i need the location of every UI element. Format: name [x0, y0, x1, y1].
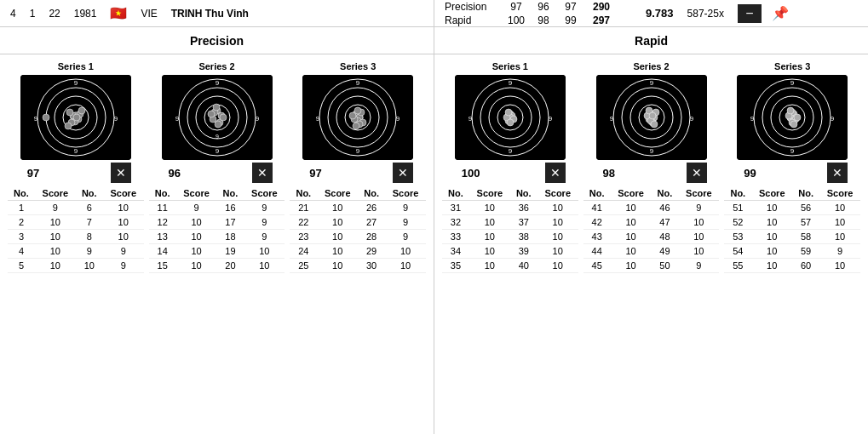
rapid-s1-expand[interactable]: ✕	[545, 163, 566, 183]
rapid-s1-score-row: 100 ✕	[455, 163, 566, 183]
precision-s2-expand[interactable]: ✕	[252, 163, 273, 183]
rapid-total: 297	[584, 14, 618, 27]
rapid-s3: 99	[557, 14, 584, 27]
rapid-s1-table-col: No. Score No. Score 31103610 32103710 33…	[442, 186, 578, 273]
col-no1: No.	[442, 186, 469, 201]
precision-s3-target: 9 9 9 9	[302, 75, 413, 160]
precision-total: 290	[584, 0, 618, 14]
svg-point-99	[649, 112, 656, 119]
precision-s1-target: 9 9 9 9	[20, 75, 131, 160]
precision-s1-table: No. Score No. Score 19610 210710 310810 …	[8, 186, 144, 273]
rapid-s3-expand[interactable]: ✕	[827, 163, 848, 183]
col-score2: Score	[678, 186, 719, 201]
rapid-s2-expand[interactable]: ✕	[687, 163, 707, 183]
col-score2: Score	[385, 186, 426, 201]
table-row: 2110269	[290, 201, 426, 215]
svg-text:9: 9	[114, 115, 118, 123]
svg-text:9: 9	[831, 115, 835, 123]
target-svg-p2: 9 9 9 9 9	[162, 75, 273, 160]
precision-s3-expand[interactable]: ✕	[393, 163, 413, 183]
precision-label: Precision	[443, 0, 503, 14]
table-row: 4510509	[583, 259, 720, 273]
table-row: 52105710	[724, 215, 860, 230]
pin-icon[interactable]: 📌	[772, 5, 789, 21]
rapid-series-1-card: Series 1 9 9 9 9	[442, 61, 578, 183]
precision-s3-title: Series 3	[340, 61, 376, 71]
birth-year: 1981	[74, 8, 97, 20]
precision-s2-target: 9 9 9 9 9	[162, 75, 273, 160]
svg-point-59	[353, 123, 359, 129]
svg-point-56	[349, 112, 356, 119]
rapid-tables-row: No. Score No. Score 31103610 32103710 33…	[434, 186, 868, 278]
svg-text:9: 9	[74, 147, 78, 155]
table-row: 19610	[8, 201, 144, 215]
table-row: 510109	[8, 259, 144, 273]
col-no2: No.	[76, 186, 103, 201]
table-row: 32103710	[442, 215, 578, 230]
actions: 9.783 587-25x − 📌	[629, 4, 789, 23]
col-no2: No.	[651, 186, 678, 201]
table-row: 53105810	[724, 230, 860, 244]
svg-point-15	[43, 114, 49, 121]
col-score1: Score	[317, 186, 358, 201]
svg-text:9: 9	[74, 79, 78, 87]
col-score1: Score	[611, 186, 652, 201]
svg-text:9: 9	[649, 79, 653, 87]
rapid-s2-title: Series 2	[633, 61, 669, 71]
table-row: 43104810	[583, 230, 720, 244]
precision-s2-score-row: 96 ✕	[162, 163, 273, 183]
svg-text:9: 9	[215, 79, 219, 87]
col-score2: Score	[244, 186, 285, 201]
svg-text:9: 9	[175, 115, 179, 123]
table-row: 55106010	[724, 259, 860, 273]
precision-s1-score: 97	[27, 167, 39, 180]
svg-point-36	[208, 111, 215, 117]
svg-text:9: 9	[316, 115, 320, 123]
svg-point-79	[505, 109, 512, 116]
col-no1: No.	[290, 186, 317, 201]
rapid-series-3-card: Series 3 9 9 9 9	[724, 61, 860, 183]
precision-s3: 97	[557, 0, 584, 14]
precision-s1-expand[interactable]: ✕	[111, 163, 131, 183]
rapid-s3-target: 9 9 9 9	[737, 75, 848, 160]
svg-point-119	[790, 121, 797, 128]
svg-point-19	[65, 123, 72, 129]
rapid-s3-table-col: No. Score No. Score 51105610 52105710 53…	[724, 186, 860, 273]
rapid-s2-table-col: No. Score No. Score 4110469 42104710 431…	[583, 186, 720, 273]
precision-s2-score: 96	[169, 167, 181, 180]
rapid-s2-target: 9 9 9 9	[596, 75, 707, 160]
minus-button[interactable]: −	[738, 4, 762, 23]
col-no2: No.	[358, 186, 385, 201]
svg-text:9: 9	[750, 115, 755, 123]
col-no2: No.	[216, 186, 244, 201]
svg-text:9: 9	[790, 147, 795, 155]
precision-s1-title: Series 1	[58, 61, 94, 71]
rapid-header: Rapid	[434, 27, 868, 54]
precision-section: Series 1 9 9 9 9	[0, 54, 434, 434]
rapid-s2-table: No. Score No. Score 4110469 42104710 431…	[583, 186, 720, 273]
table-row: 34103910	[442, 244, 578, 259]
precision-s2-table: No. Score No. Score 119169 1210179 13101…	[149, 186, 285, 273]
precision-s3-score-row: 97 ✕	[302, 163, 413, 183]
col-no1: No.	[583, 186, 611, 201]
table-row: 35104010	[442, 259, 578, 273]
table-row: 25103010	[290, 259, 426, 273]
target-svg-r3: 9 9 9 9	[737, 75, 848, 160]
col-no1: No.	[149, 186, 176, 201]
col-score1: Score	[176, 186, 217, 201]
svg-text:9: 9	[790, 79, 795, 87]
col-score1: Score	[751, 186, 792, 201]
svg-text:9: 9	[549, 115, 553, 123]
svg-text:9: 9	[396, 115, 400, 123]
col-no1: No.	[8, 186, 35, 201]
col-score1: Score	[35, 186, 76, 201]
rapid-s1-score: 100	[462, 167, 480, 180]
table-row: 31103610	[442, 201, 578, 215]
rapid-series-2-card: Series 2 9 9 9 9	[583, 61, 720, 183]
rapid-section: Series 1 9 9 9 9	[434, 54, 868, 434]
svg-point-16	[73, 114, 80, 121]
table-row: 15102010	[149, 259, 285, 273]
precision-s1: 97	[503, 0, 530, 14]
athlete-row: 4 1 22 1981 🇻🇳 VIE TRINH Thu Vinh Precis…	[0, 0, 868, 27]
rank3: 22	[49, 8, 60, 20]
